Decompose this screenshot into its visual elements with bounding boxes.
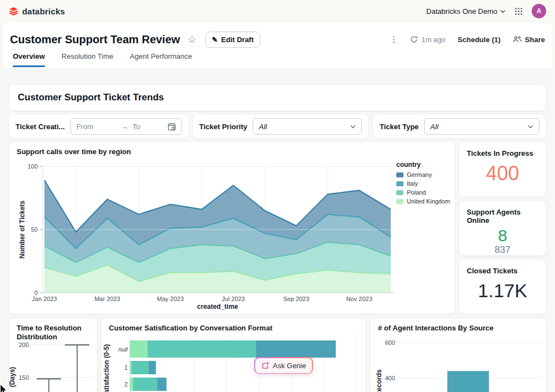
mouse-cursor [0, 385, 8, 392]
date-arrow-icon: → [121, 123, 128, 131]
support-calls-chart-card: Support calls over time by region 050100… [9, 142, 455, 314]
date-to-placeholder: To [133, 123, 140, 131]
resolution-time-chart-card: Time to Resolution Distribution 200150(D… [9, 318, 97, 392]
legend-item[interactable]: Germany [396, 171, 453, 178]
svg-text:(Days): (Days) [9, 367, 16, 388]
svg-text:400: 400 [385, 375, 395, 381]
filter-type-card: Ticket Type All [373, 114, 546, 139]
edit-draft-button[interactable]: ✎ Edit Draft [205, 32, 260, 48]
date-range-input[interactable]: From → To [70, 118, 182, 135]
svg-text:Jan 2023: Jan 2023 [32, 296, 57, 302]
legend-title: country [396, 161, 453, 169]
avatar[interactable]: A [532, 4, 546, 18]
refresh-icon [410, 35, 418, 43]
counter-value: 8 [459, 227, 546, 244]
svg-text:Number of Records: Number of Records [375, 369, 383, 392]
counter-title: Tickets In Progress [459, 142, 546, 157]
svg-text:Nov 2023: Nov 2023 [346, 296, 372, 302]
legend-item[interactable]: United Kingdom [396, 198, 453, 205]
agent-interactions-chart-card: # of Agent Interactions By Source 600400… [370, 318, 546, 392]
calendar-icon [168, 123, 176, 131]
ask-genie-label: Ask Genie [273, 362, 306, 370]
type-select[interactable]: All [424, 118, 539, 135]
dashboard-window: Customer Support Team Review ☆ ✎ Edit Dr… [3, 22, 552, 392]
filter-date-label: Ticket Creati... [16, 123, 65, 131]
counter-secondary-value: 837 [459, 245, 546, 256]
filter-priority-card: Ticket Priority All [193, 114, 369, 139]
svg-text:Jul 2023: Jul 2023 [222, 296, 245, 302]
svg-text:Mar 2023: Mar 2023 [94, 296, 120, 302]
resolution-time-boxplot[interactable]: 200150(Days) [9, 340, 97, 392]
svg-text:Number of Tickets: Number of Tickets [18, 200, 26, 258]
svg-text:200: 200 [19, 342, 29, 348]
svg-text:created_time: created_time [197, 303, 238, 310]
counter-title: Closed Tickets [459, 259, 546, 275]
chevron-down-icon [528, 125, 533, 129]
ask-genie-button[interactable]: Ask Genie [254, 357, 313, 374]
svg-text:2: 2 [124, 381, 128, 388]
counter-tickets-in-progress: Tickets In Progress 400 [459, 142, 546, 197]
svg-text:600: 600 [385, 339, 395, 346]
share-people-icon [513, 35, 522, 43]
svg-text:50: 50 [31, 226, 38, 233]
chevron-down-icon [500, 9, 506, 13]
favorite-star-icon[interactable]: ☆ [188, 35, 196, 44]
refresh-ago-label: 1m ago [421, 35, 445, 44]
svg-text:null: null [118, 346, 128, 353]
chart-legend: countryGermanyItalyPolandUnited Kingdom [396, 161, 453, 207]
counter-value: 400 [459, 162, 546, 185]
filter-type-label: Ticket Type [380, 123, 418, 131]
counter-support-agents-online: Support Agents Online 8 837 [459, 201, 546, 256]
tab-agent-performance[interactable]: Agent Performance [130, 52, 192, 67]
svg-text:100: 100 [28, 163, 38, 170]
filter-date-card: Ticket Creati... From → To [9, 114, 189, 139]
support-calls-area-chart[interactable]: 050100Jan 2023Mar 2023May 2023Jul 2023Se… [13, 157, 396, 313]
svg-text:Sep 2023: Sep 2023 [283, 296, 309, 302]
svg-text:150: 150 [19, 374, 29, 381]
svg-text:May 2023: May 2023 [157, 296, 184, 302]
priority-select[interactable]: All [253, 118, 362, 135]
app-switcher-grid-icon[interactable] [514, 7, 523, 16]
svg-text:Satisfaction (0-5): Satisfaction (0-5) [103, 344, 110, 392]
genie-icon [261, 362, 270, 370]
chart-title: # of Agent Interactions By Source [378, 324, 499, 333]
chevron-down-icon [350, 125, 356, 129]
counter-value: 1.17K [459, 280, 546, 302]
databricks-logo[interactable]: databricks [9, 7, 65, 16]
legend-item[interactable]: Italy [396, 180, 453, 187]
tab-overview[interactable]: Overview [13, 52, 45, 67]
section-title-card: Customer Support Ticket Trends [9, 84, 546, 111]
tab-bar: Overview Resolution Time Agent Performan… [13, 52, 192, 67]
counter-title: Support Agents Online [459, 201, 546, 225]
share-button[interactable]: Share [513, 35, 545, 44]
agent-interactions-bar-chart[interactable]: 600400Number of Records [370, 335, 546, 392]
chart-title: Customer Satisfication by Conversation F… [109, 324, 278, 333]
dashboard-header: Customer Support Team Review ☆ ✎ Edit Dr… [10, 30, 545, 48]
schedule-button[interactable]: Schedule (1) [458, 35, 501, 44]
filter-priority-label: Ticket Priority [199, 123, 247, 131]
kebab-menu-icon[interactable]: ⋮ [390, 34, 398, 44]
pencil-icon: ✎ [212, 35, 218, 44]
top-bar: databricks Databricks One Demo A [0, 0, 555, 22]
legend-item[interactable]: Poland [396, 189, 453, 196]
type-value: All [430, 123, 438, 131]
databricks-logo-icon [9, 7, 18, 16]
date-from-placeholder: From [77, 123, 93, 131]
tab-resolution-time[interactable]: Resolution Time [62, 52, 113, 67]
chart-title: Support calls over time by region [17, 147, 137, 156]
dashboard-canvas: Customer Support Ticket Trends Ticket Cr… [3, 68, 552, 392]
databricks-wordmark: databricks [22, 7, 65, 16]
satisfaction-bar-chart[interactable]: null12Satisfaction (0-5) [101, 335, 366, 392]
satisfaction-chart-card: Customer Satisfication by Conversation F… [101, 318, 366, 392]
workspace-switcher[interactable]: Databricks One Demo [426, 7, 506, 16]
chart-title: Time to Resolution Distribution [17, 324, 97, 342]
priority-value: All [259, 123, 266, 131]
counter-closed-tickets: Closed Tickets 1.17K [459, 259, 546, 314]
refresh-button[interactable]: 1m ago [410, 35, 445, 44]
section-title: Customer Support Ticket Trends [9, 84, 546, 111]
page-title: Customer Support Team Review [10, 33, 180, 46]
databricks-dashboard-app: databricks Databricks One Demo A Custome… [0, 0, 555, 392]
svg-text:1: 1 [124, 364, 128, 371]
